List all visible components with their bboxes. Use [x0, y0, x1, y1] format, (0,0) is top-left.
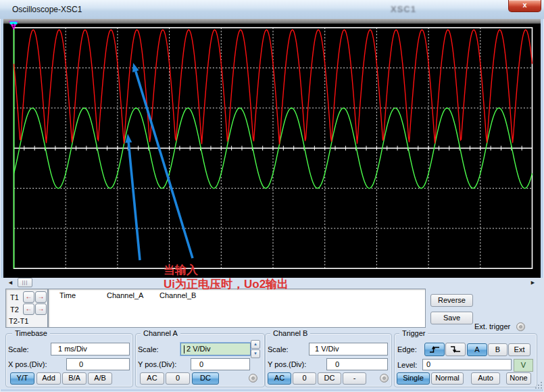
- text-caret: [184, 345, 184, 353]
- rising-edge-button[interactable]: [424, 343, 445, 356]
- right-arrow-icon: →: [38, 293, 45, 300]
- edge-label: Edge:: [397, 345, 417, 353]
- level-input[interactable]: 0: [422, 359, 512, 370]
- t2-label: T2: [10, 305, 19, 314]
- trigger-b-button[interactable]: B: [488, 343, 508, 356]
- channel-b-ypos-label: Y pos.(Div):: [268, 360, 306, 368]
- close-button[interactable]: x: [508, 0, 541, 12]
- single-button[interactable]: Single: [397, 372, 430, 385]
- left-arrow-icon: ←: [26, 293, 32, 300]
- t2-right-button[interactable]: →: [35, 303, 47, 315]
- annotation-line2: Ui为正电压时，Uo2输出: [164, 277, 289, 291]
- xsc1-watermark: XSC1: [391, 4, 416, 14]
- spinner-down-icon[interactable]: ▼: [251, 349, 260, 358]
- annotation-text: 当输入 Ui为正电压时，Uo2输出: [164, 263, 289, 291]
- right-arrow-icon: →: [38, 305, 45, 312]
- trigger-ext-button[interactable]: Ext: [508, 343, 530, 356]
- falling-edge-icon: [449, 345, 462, 353]
- t1-label: T1: [10, 293, 19, 301]
- normal-button[interactable]: Normal: [431, 372, 464, 385]
- cursor-controls: T1 ← → T2 ← → T2-T1: [5, 289, 48, 328]
- t1-right-button[interactable]: →: [35, 291, 47, 303]
- reverse-button[interactable]: Reverse: [430, 294, 473, 307]
- left-arrow-icon: ←: [26, 305, 32, 312]
- channel-a-scale-input[interactable]: 2 V/Div: [180, 343, 251, 356]
- channel-b-led: [380, 374, 389, 383]
- channel-a-scale-label: Scale:: [138, 345, 159, 353]
- oscilloscope-window: Oscilloscope-XSC1 XSC1 x 1 当输入 Ui为正电压时，U…: [0, 0, 544, 392]
- ba-button[interactable]: B/A: [62, 372, 86, 385]
- none-button[interactable]: None: [506, 372, 531, 385]
- rising-edge-icon: [428, 345, 441, 353]
- col-channel-b: Channel_B: [159, 291, 196, 299]
- yt-button[interactable]: Y/T: [10, 372, 34, 385]
- channel-b-dc-button[interactable]: DC: [318, 372, 341, 385]
- channel-b-scale-input[interactable]: 1 V/Div: [309, 343, 388, 356]
- channel-b-title: Channel B: [270, 329, 310, 337]
- save-button[interactable]: Save: [430, 312, 473, 324]
- annotation-line1: 当输入: [164, 263, 289, 277]
- col-channel-a: Channel_A: [107, 291, 143, 299]
- channel-a-scale-value: 2 V/Div: [187, 345, 210, 353]
- level-label: Level:: [397, 361, 417, 369]
- channel-b-minus-button[interactable]: -: [343, 372, 366, 385]
- channel-b-0-button[interactable]: 0: [293, 372, 316, 385]
- channel-a-ypos-label: Y pos.(Div):: [138, 360, 176, 368]
- ab-button[interactable]: A/B: [88, 372, 112, 385]
- channel-a-ypos-input[interactable]: 0: [191, 358, 250, 370]
- cursor-readout-list: [48, 289, 426, 328]
- timebase-title: Timebase: [12, 329, 50, 337]
- resize-grip[interactable]: [535, 381, 543, 389]
- t1-left-button[interactable]: ←: [23, 291, 34, 303]
- scrollbar-thumb[interactable]: |||: [18, 278, 32, 287]
- spinner-up-icon[interactable]: ▲: [251, 340, 260, 349]
- ext-trigger-led[interactable]: [516, 322, 525, 331]
- channel-b-ypos-input[interactable]: 0: [326, 358, 388, 370]
- title-bar[interactable]: Oscilloscope-XSC1 XSC1 x: [0, 0, 544, 19]
- channel-b-scale-label: Scale:: [268, 345, 289, 353]
- xpos-input[interactable]: 0: [66, 358, 130, 370]
- channel-a-title: Channel A: [141, 329, 180, 337]
- channel-a-0-button[interactable]: 0: [166, 372, 190, 385]
- scrollbar-left-icon[interactable]: ◄: [7, 279, 14, 286]
- timebase-scale-label: Scale:: [8, 345, 29, 353]
- level-unit-select[interactable]: V: [514, 359, 533, 372]
- xpos-label: X pos.(Div):: [8, 360, 47, 368]
- scope-display[interactable]: [3, 19, 541, 278]
- ext-trigger-label: Ext. trigger: [474, 322, 510, 330]
- scrollbar-right-icon[interactable]: ►: [530, 279, 536, 286]
- channel-a-dc-button[interactable]: DC: [192, 372, 219, 385]
- close-icon: x: [522, 1, 526, 9]
- trigger-a-button[interactable]: A: [467, 343, 487, 356]
- channel-b-ac-button[interactable]: AC: [268, 372, 291, 385]
- channel-a-led: [249, 374, 257, 383]
- col-time: Time: [59, 291, 76, 299]
- timebase-scale-input[interactable]: 1 ms/Div: [51, 343, 130, 356]
- trigger-title: Trigger: [399, 329, 428, 337]
- scope-bezel: [3, 19, 541, 24]
- t2-t1-label: T2-T1: [9, 317, 28, 325]
- channel-a-scale-spinner[interactable]: ▲ ▼: [251, 340, 260, 356]
- window-title: Oscilloscope-XSC1: [12, 5, 82, 14]
- falling-edge-button[interactable]: [445, 343, 466, 356]
- t2-left-button[interactable]: ←: [23, 303, 34, 315]
- auto-button[interactable]: Auto: [471, 372, 500, 385]
- add-button[interactable]: Add: [36, 372, 61, 385]
- channel-a-ac-button[interactable]: AC: [140, 372, 164, 385]
